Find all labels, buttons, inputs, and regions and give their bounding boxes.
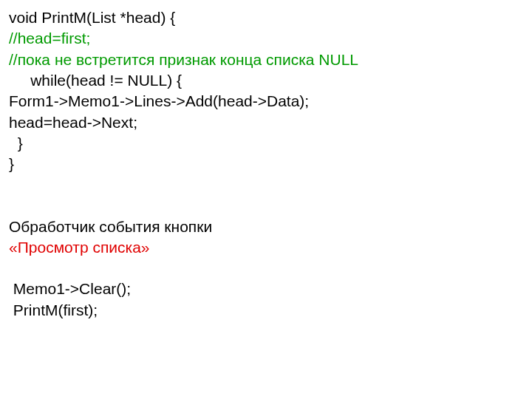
blank-spacer-1 <box>9 175 523 196</box>
handler-line-1: Memo1->Clear(); <box>9 279 523 299</box>
code-comment-2: //пока не встретится признак конца списк… <box>9 50 523 70</box>
code-line-5: Form1->Memo1->Lines->Add(head->Data); <box>9 91 523 112</box>
blank-spacer-3 <box>9 258 523 279</box>
handler-title: Обработчик события кнопки <box>9 216 523 237</box>
code-line-1: void PrintM(List *head) { <box>9 7 523 28</box>
code-line-4: while(head != NULL) { <box>9 70 523 91</box>
code-line-8: } <box>9 154 523 174</box>
handler-line-2: PrintM(first); <box>9 300 523 321</box>
blank-spacer-2 <box>9 196 523 216</box>
code-line-7: } <box>9 133 523 154</box>
code-line-6: head=head->Next; <box>9 112 523 133</box>
handler-subtitle: «Просмотр списка» <box>9 237 523 258</box>
code-comment-1: //head=first; <box>9 28 523 49</box>
